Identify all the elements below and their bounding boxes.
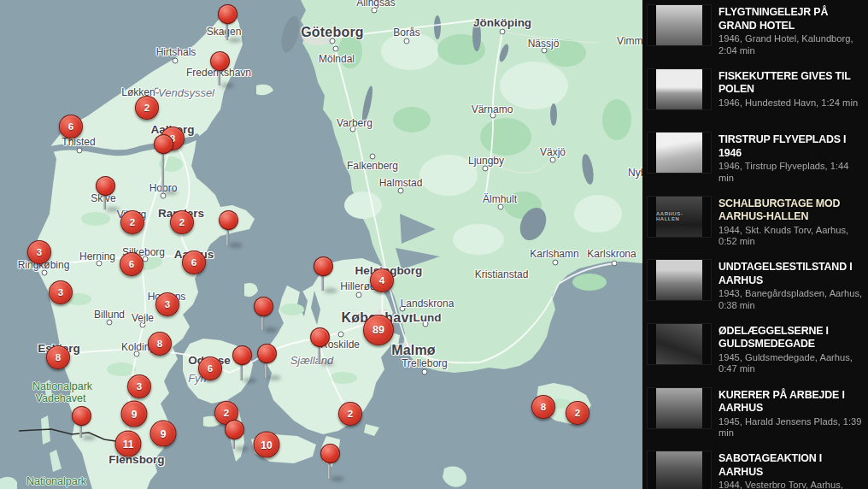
city-dot: [173, 58, 179, 64]
cluster-marker[interactable]: 3: [49, 280, 73, 304]
video-info: SCHALBURGTAGE MOD AARHUS-HALLEN 1944, Sk…: [711, 195, 863, 258]
pin-shadow: [320, 361, 334, 366]
video-thumbnail[interactable]: [648, 5, 711, 45]
cluster-marker[interactable]: 2: [170, 210, 194, 234]
city-dot: [612, 261, 618, 267]
video-thumbnail[interactable]: [648, 451, 711, 489]
video-photo: [656, 324, 702, 364]
video-thumbnail[interactable]: [648, 388, 711, 428]
video-title[interactable]: KURERER PÅ ARBEJDE I AARHUS: [718, 388, 863, 415]
pin-shadow: [331, 476, 344, 481]
pin-shadow: [164, 190, 178, 195]
pin-shadow: [229, 243, 243, 248]
cluster-marker[interactable]: 8: [46, 345, 70, 369]
video-list-item[interactable]: FISKEKUTTERE GIVES TIL POLEN 1946, Hunde…: [642, 67, 868, 131]
video-meta: 1943, Banegårdspladsen, Aarhus, 0:38 min: [718, 288, 863, 311]
cluster-marker[interactable]: 6: [59, 115, 83, 138]
pin-head: [257, 344, 277, 363]
video-list-item[interactable]: UNDTAGELSESTILSTAND I AARHUS 1943, Baneg…: [642, 257, 868, 321]
city-dot: [338, 332, 344, 338]
video-thumbnail[interactable]: AARHUS-HALLEN: [648, 197, 711, 237]
cluster-marker[interactable]: 9: [150, 421, 177, 447]
cluster-count: 3: [37, 247, 42, 257]
cluster-marker[interactable]: 2: [135, 96, 159, 120]
video-photo: [656, 5, 702, 45]
video-list: FLYGTNINGELEJR PÅ GRAND HOTEL 1946, Gran…: [642, 0, 868, 489]
video-list-item[interactable]: FLYGTNINGELEJR PÅ GRAND HOTEL 1946, Gran…: [642, 3, 868, 67]
pin-head: [232, 345, 252, 365]
video-title[interactable]: FLYGTNINGELEJR PÅ GRAND HOTEL: [718, 5, 863, 32]
cluster-count: 6: [208, 363, 213, 374]
video-title[interactable]: ØDELÆGGELSERNE I GULDSMEDEGADE: [718, 324, 863, 351]
video-title[interactable]: TIRSTRUP FLYVEPLADS I 1946: [718, 133, 863, 159]
city-dot: [330, 38, 336, 44]
video-meta: 1946, Hundested Havn, 1:24 min: [718, 97, 863, 109]
pin-head: [219, 210, 238, 230]
map[interactable]: SkagenHirtshalsFrederikshavnLøkkenThiste…: [0, 0, 642, 489]
video-list-item[interactable]: AARHUS-HALLEN SCHALBURGTAGE MOD AARHUS-H…: [642, 194, 868, 258]
video-meta: 1946, Grand Hotel, Kalundborg, 2:04 min: [718, 33, 863, 56]
video-thumbnail[interactable]: [648, 324, 711, 364]
video-meta: 1946, Tirstrup Flyveplads, 1:44 min: [718, 161, 863, 184]
cluster-marker[interactable]: 9: [121, 401, 148, 427]
cluster-marker[interactable]: 3: [27, 240, 51, 264]
video-thumbnail[interactable]: [648, 69, 711, 109]
pin-shadow: [264, 327, 278, 333]
city-dot: [483, 166, 489, 172]
video-list-item[interactable]: ØDELÆGGELSERNE I GULDSMEDEGADE 1945, Gul…: [642, 321, 868, 386]
cluster-count: 3: [58, 287, 63, 298]
cluster-marker[interactable]: 11: [115, 431, 142, 457]
video-title[interactable]: UNDTAGELSESTILSTAND I AARHUS: [718, 260, 863, 286]
cluster-count: 11: [123, 438, 134, 450]
pin-head: [310, 327, 330, 347]
pin-head: [320, 444, 340, 463]
cluster-marker[interactable]: 2: [338, 402, 362, 426]
city-dot: [140, 322, 146, 328]
cluster-marker[interactable]: 2: [120, 210, 144, 234]
city-dot: [423, 321, 429, 327]
cluster-marker[interactable]: 8: [531, 395, 555, 419]
pin-shadow: [267, 375, 281, 380]
cluster-count: 89: [372, 324, 384, 336]
pin-shadow: [228, 38, 242, 43]
cluster-marker[interactable]: 4: [370, 268, 394, 292]
video-thumbnail[interactable]: [648, 260, 711, 300]
cluster-count: 8: [541, 402, 546, 412]
video-title[interactable]: SABOTAGEAKTION I AARHUS: [718, 451, 863, 478]
city-dot: [134, 351, 140, 357]
video-photo: [656, 451, 702, 489]
cluster-marker[interactable]: 6: [198, 356, 222, 380]
cluster-marker[interactable]: 3: [127, 374, 151, 398]
video-title[interactable]: FISKEKUTTERE GIVES TIL POLEN: [718, 69, 863, 96]
city-dot: [500, 29, 506, 35]
cluster-marker[interactable]: 10: [254, 432, 280, 458]
cluster-count: 9: [132, 408, 138, 420]
video-thumbnail[interactable]: [648, 133, 711, 173]
pin-head: [154, 134, 173, 154]
cluster-marker[interactable]: 8: [148, 332, 172, 356]
cluster-marker[interactable]: 6: [182, 250, 206, 274]
video-title[interactable]: SCHALBURGTAGE MOD AARHUS-HALLEN: [718, 197, 863, 223]
pin-head: [314, 256, 333, 276]
city-dot: [550, 157, 556, 163]
city-dot: [107, 320, 113, 326]
cluster-marker[interactable]: 6: [120, 252, 144, 276]
cluster-count: 2: [130, 217, 135, 227]
video-list-item[interactable]: TIRSTRUP FLYVEPLADS I 1946 1946, Tirstru…: [642, 130, 868, 194]
cluster-count: 3: [165, 299, 170, 309]
app: SkagenHirtshalsFrederikshavnLøkkenThiste…: [0, 0, 868, 489]
video-list-item[interactable]: KURERER PÅ ARBEJDE I AARHUS 1945, Harald…: [642, 386, 868, 450]
cluster-marker[interactable]: 89: [363, 315, 394, 345]
cluster-count: 2: [144, 103, 150, 113]
pin-head: [254, 297, 273, 316]
video-meta: 1945, Harald Jensens Plads, 1:39 min: [718, 416, 863, 439]
cluster-marker[interactable]: 2: [566, 401, 589, 425]
video-info: SABOTAGEAKTION I AARHUS 1944, Vesterbro …: [711, 450, 863, 489]
video-info: TIRSTRUP FLYVEPLADS I 1946 1946, Tirstru…: [711, 131, 863, 194]
video-list-item[interactable]: SABOTAGEAKTION I AARHUS 1944, Vesterbro …: [642, 449, 868, 489]
cluster-marker[interactable]: 3: [155, 292, 179, 316]
video-meta: 1944, Vesterbro Torv, Aarhus,: [718, 480, 863, 489]
video-info: KURERER PÅ ARBEJDE I AARHUS 1945, Harald…: [711, 386, 863, 450]
city-dot: [490, 113, 496, 119]
pin-head: [96, 176, 115, 196]
